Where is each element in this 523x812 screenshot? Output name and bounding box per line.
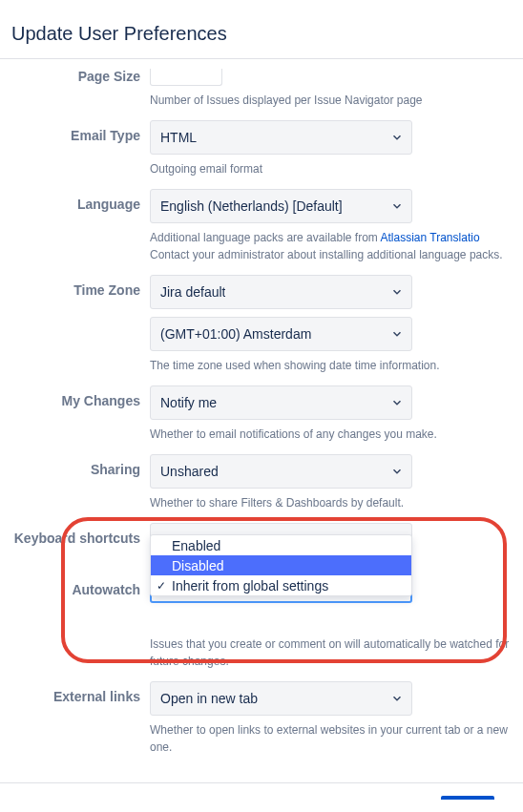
external-links-label: External links	[0, 681, 150, 704]
chevron-down-icon	[390, 199, 404, 213]
dialog-footer	[0, 782, 523, 800]
language-label: Language	[0, 189, 150, 212]
my-changes-hint: Whether to email notifications of any ch…	[150, 426, 513, 443]
sharing-select[interactable]: Unshared	[150, 454, 412, 489]
email-type-label: Email Type	[0, 120, 150, 143]
chevron-down-icon	[390, 396, 404, 409]
external-links-value: Open in new tab	[160, 691, 258, 706]
preferences-form: Page Size Number of Issues displayed per…	[0, 59, 523, 761]
page-size-hint: Number of Issues displayed per Issue Nav…	[150, 92, 513, 109]
page-size-input[interactable]	[150, 69, 222, 86]
external-links-hint: Whether to open links to external websit…	[150, 721, 513, 756]
time-zone-region-select[interactable]: Jira default	[150, 275, 412, 309]
external-links-select[interactable]: Open in new tab	[150, 681, 412, 716]
check-icon: ✓	[157, 579, 172, 593]
my-changes-select[interactable]: Notify me	[150, 385, 412, 420]
autowatch-dropdown: Enabled Disabled ✓ Inherit from global s…	[150, 534, 412, 596]
time-zone-label: Time Zone	[0, 275, 150, 298]
chevron-down-icon	[390, 465, 404, 478]
sharing-hint: Whether to share Filters & Dashboards by…	[150, 494, 513, 511]
sharing-value: Unshared	[160, 464, 219, 479]
autowatch-option-enabled[interactable]: Enabled	[151, 535, 411, 555]
my-changes-value: Notify me	[160, 395, 217, 410]
chevron-down-icon	[390, 285, 404, 299]
email-type-hint: Outgoing email format	[150, 160, 513, 177]
email-type-select[interactable]: HTML	[150, 120, 412, 155]
time-zone-city-value: (GMT+01:00) Amsterdam	[160, 326, 311, 342]
autowatch-hint: Issues that you create or comment on wil…	[150, 635, 513, 670]
autowatch-label: Autowatch	[0, 569, 150, 597]
email-type-value: HTML	[160, 130, 197, 145]
time-zone-region-value: Jira default	[160, 284, 225, 300]
chevron-down-icon	[390, 692, 404, 705]
language-hint: Additional language packs are available …	[150, 229, 513, 263]
sharing-label: Sharing	[0, 454, 150, 477]
chevron-down-icon	[390, 327, 404, 341]
chevron-down-icon	[390, 131, 404, 144]
my-changes-label: My Changes	[0, 385, 150, 408]
page-title: Update User Preferences	[11, 23, 523, 45]
keyboard-shortcuts-label: Keyboard shortcuts	[0, 523, 150, 546]
autowatch-option-disabled[interactable]: Disabled	[151, 555, 411, 575]
autowatch-option-inherit[interactable]: ✓ Inherit from global settings	[151, 575, 411, 595]
language-value: English (Netherlands) [Default]	[160, 198, 343, 214]
time-zone-city-select[interactable]: (GMT+01:00) Amsterdam	[150, 317, 412, 351]
time-zone-hint: The time zone used when showing date tim…	[150, 357, 513, 374]
atlassian-translations-link[interactable]: Atlassian Translatio	[381, 231, 480, 244]
page-size-label: Page Size	[0, 69, 150, 84]
dialog-header: Update User Preferences	[0, 0, 523, 59]
submit-button[interactable]	[441, 796, 494, 800]
language-select[interactable]: English (Netherlands) [Default]	[150, 189, 412, 223]
